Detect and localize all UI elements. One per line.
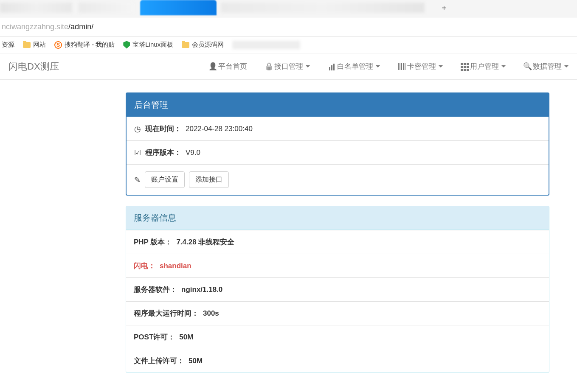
bookmark-label: 搜狗翻译 - 我的贴 — [65, 41, 115, 49]
bookmark-sogou[interactable]: S 搜狗翻译 - 我的贴 — [54, 41, 115, 49]
php-value: 7.4.28 非线程安全 — [176, 237, 234, 247]
bookmark-label: 资源 — [2, 41, 14, 49]
nav-home[interactable]: 平台首页 — [209, 62, 247, 71]
nav-user-management[interactable]: 用户管理 — [461, 62, 506, 71]
version-label: 程序版本： — [145, 148, 181, 157]
bookmark-resource[interactable]: 资源 — [2, 41, 14, 49]
chevron-down-icon — [501, 65, 506, 67]
row-upload-limit: 文件上传许可： 50M — [126, 349, 549, 372]
barcode-icon — [398, 63, 405, 70]
maxtime-label: 程序最大运行时间： — [134, 308, 199, 318]
upload-value: 50M — [189, 357, 203, 365]
bookmark-label: 网站 — [33, 41, 46, 49]
time-value: 2022-04-28 23:00:40 — [186, 125, 253, 133]
tab-blurred-2 — [79, 3, 134, 13]
tab-active[interactable] — [140, 0, 217, 15]
user-icon — [209, 63, 217, 70]
grid-icon — [461, 63, 468, 70]
folder-icon — [182, 42, 189, 48]
bookmark-website[interactable]: 网站 — [23, 41, 46, 49]
nav-label: 用户管理 — [470, 62, 499, 71]
nav-label: 数据管理 — [533, 62, 562, 71]
upload-label: 文件上传许可： — [134, 356, 184, 366]
row-php-version: PHP 版本： 7.4.28 非线程安全 — [126, 230, 549, 254]
chevron-down-icon — [564, 65, 569, 67]
add-api-button[interactable]: 添加接口 — [189, 171, 229, 188]
search-icon — [524, 63, 531, 70]
url-path: /admin/ — [68, 22, 93, 31]
bookmarks-bar: 资源 网站 S 搜狗翻译 - 我的贴 宝塔Linux面板 会员源码网 — [0, 36, 577, 53]
nav-label: 平台首页 — [218, 62, 247, 71]
sd-value: shandian — [160, 262, 191, 270]
lock-icon — [265, 63, 273, 70]
nav-data-management[interactable]: 数据管理 — [524, 62, 569, 71]
panel-server-info: 服务器信息 PHP 版本： 7.4.28 非线程安全 闪电： shandian … — [126, 206, 549, 373]
account-settings-button[interactable]: 账户设置 — [145, 171, 185, 188]
row-max-runtime: 程序最大运行时间： 300s — [126, 301, 549, 325]
chevron-down-icon — [306, 65, 310, 67]
bookmark-baota[interactable]: 宝塔Linux面板 — [123, 41, 173, 49]
nav-api-management[interactable]: 接口管理 — [265, 62, 310, 71]
row-current-time: 现在时间： 2022-04-28 23:00:40 — [127, 117, 549, 140]
sogou-icon: S — [54, 41, 62, 49]
pencil-icon — [134, 175, 141, 185]
clock-icon — [134, 124, 141, 134]
main-navbar: 闪电DX测压 平台首页 接口管理 白名单管理 卡密管理 用户管理 数据管 — [0, 53, 577, 80]
bars-icon — [328, 63, 335, 70]
php-label: PHP 版本： — [134, 237, 172, 247]
maxtime-value: 300s — [203, 309, 219, 318]
brand-title[interactable]: 闪电DX测压 — [8, 60, 59, 73]
row-server-software: 服务器软件： nginx/1.18.0 — [126, 277, 549, 301]
sd-label: 闪电： — [134, 261, 155, 271]
time-label: 现在时间： — [145, 124, 181, 134]
browser-tabs: + — [0, 0, 577, 17]
chevron-down-icon — [376, 65, 380, 67]
version-value: V9.0 — [186, 148, 200, 157]
nav-label: 卡密管理 — [407, 62, 436, 71]
nav-card-management[interactable]: 卡密管理 — [398, 62, 443, 71]
bookmark-label: 宝塔Linux面板 — [132, 41, 173, 49]
post-label: POST许可： — [134, 332, 175, 342]
row-program-version: 程序版本： V9.0 — [127, 140, 549, 164]
chevron-down-icon — [439, 65, 443, 67]
row-actions: 账户设置 添加接口 — [127, 164, 549, 195]
check-icon — [134, 148, 141, 157]
address-bar[interactable]: nciwangzzahng.site/admin/ — [0, 17, 577, 36]
post-value: 50M — [179, 333, 193, 342]
tab-blurred-1 — [0, 3, 72, 13]
bookmark-blurred — [232, 41, 300, 49]
bookmark-label: 会员源码网 — [192, 41, 224, 49]
nav-whitelist-management[interactable]: 白名单管理 — [328, 62, 380, 71]
new-tab-button[interactable]: + — [442, 3, 447, 13]
row-shandian: 闪电： shandian — [126, 254, 549, 277]
tab-blurred-3 — [221, 3, 425, 13]
panel-server-heading: 服务器信息 — [126, 206, 549, 230]
shield-icon — [123, 41, 130, 49]
folder-icon — [23, 42, 31, 48]
panel-admin-heading: 后台管理 — [127, 93, 549, 117]
main-content: 后台管理 现在时间： 2022-04-28 23:00:40 程序版本： V9.… — [0, 80, 577, 373]
nav-label: 接口管理 — [274, 62, 303, 71]
server-label: 服务器软件： — [134, 285, 177, 294]
bookmark-member[interactable]: 会员源码网 — [182, 41, 224, 49]
row-post-limit: POST许可： 50M — [126, 325, 549, 349]
nav-label: 白名单管理 — [337, 62, 373, 71]
panel-admin: 后台管理 现在时间： 2022-04-28 23:00:40 程序版本： V9.… — [126, 92, 549, 196]
url-domain: nciwangzzahng.site — [2, 22, 68, 31]
server-value: nginx/1.18.0 — [181, 286, 222, 294]
